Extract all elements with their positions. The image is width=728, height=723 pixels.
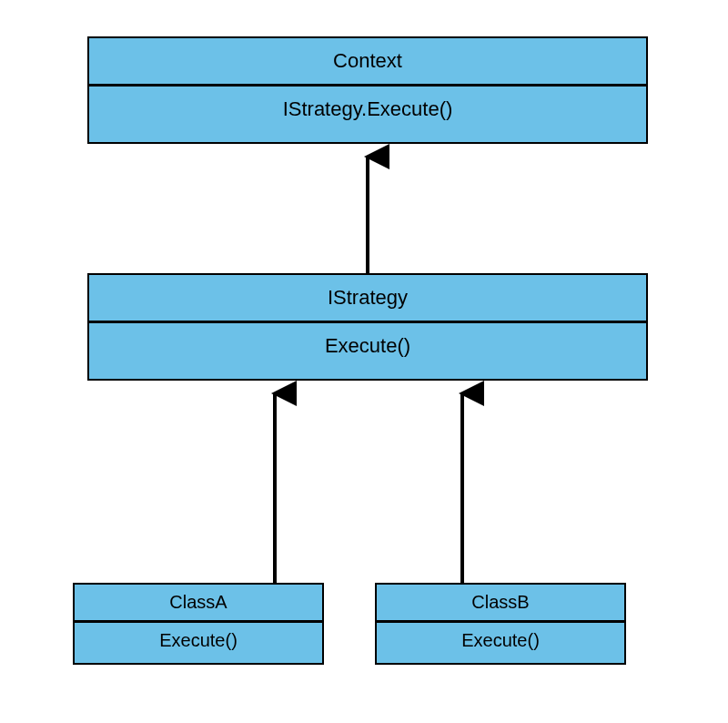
uml-body: IStrategy.Execute() bbox=[89, 87, 646, 132]
uml-title: Context bbox=[89, 38, 646, 87]
diagram-canvas: Context IStrategy.Execute() IStrategy Ex… bbox=[0, 0, 728, 723]
uml-box-context: Context IStrategy.Execute() bbox=[87, 36, 648, 144]
uml-title: ClassB bbox=[377, 585, 624, 623]
uml-body: Execute() bbox=[377, 623, 624, 658]
uml-box-classb: ClassB Execute() bbox=[375, 583, 626, 665]
uml-box-classa: ClassA Execute() bbox=[73, 583, 324, 665]
uml-box-istrategy: IStrategy Execute() bbox=[87, 273, 648, 381]
uml-body: Execute() bbox=[89, 323, 646, 369]
uml-title: IStrategy bbox=[89, 275, 646, 323]
uml-body: Execute() bbox=[75, 623, 322, 658]
uml-title: ClassA bbox=[75, 585, 322, 623]
